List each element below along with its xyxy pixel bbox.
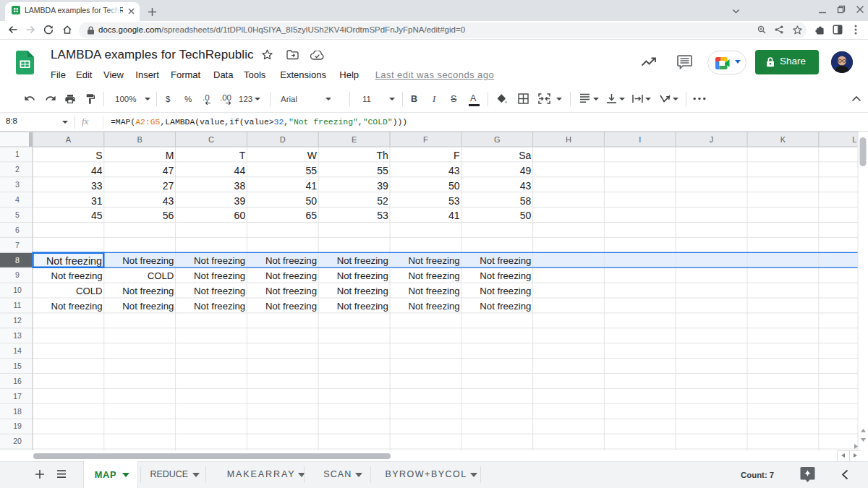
svg-text:14: 14 bbox=[13, 346, 22, 355]
svg-text:55: 55 bbox=[305, 165, 317, 176]
svg-text:B: B bbox=[137, 135, 142, 144]
svg-text:Not freezing: Not freezing bbox=[51, 301, 102, 312]
svg-text:Not freezing: Not freezing bbox=[122, 301, 174, 312]
svg-text:Not freezing: Not freezing bbox=[480, 301, 531, 312]
svg-text:65: 65 bbox=[305, 210, 317, 221]
svg-text:Not freezing: Not freezing bbox=[480, 255, 531, 266]
svg-text:55: 55 bbox=[377, 165, 388, 176]
svg-text:Th: Th bbox=[376, 150, 388, 161]
svg-text:Not freezing: Not freezing bbox=[408, 301, 459, 312]
svg-text:6: 6 bbox=[15, 226, 20, 234]
svg-text:Not freezing: Not freezing bbox=[480, 270, 531, 281]
svg-text:Not freezing: Not freezing bbox=[265, 255, 317, 266]
svg-text:60: 60 bbox=[234, 210, 246, 221]
svg-text:18: 18 bbox=[13, 407, 22, 416]
svg-text:43: 43 bbox=[163, 195, 174, 207]
svg-text:3: 3 bbox=[15, 180, 20, 189]
svg-text:Not freezing: Not freezing bbox=[122, 255, 174, 266]
svg-text:50: 50 bbox=[520, 210, 532, 221]
svg-text:39: 39 bbox=[377, 180, 388, 192]
svg-text:11: 11 bbox=[14, 301, 22, 309]
svg-text:Not freezing: Not freezing bbox=[194, 270, 245, 281]
svg-text:Not freezing: Not freezing bbox=[265, 286, 317, 296]
svg-text:50: 50 bbox=[448, 180, 460, 192]
svg-text:5: 5 bbox=[15, 210, 20, 219]
svg-text:Not freezing: Not freezing bbox=[46, 255, 102, 267]
svg-text:13: 13 bbox=[13, 331, 22, 340]
svg-text:38: 38 bbox=[234, 180, 246, 192]
svg-text:44: 44 bbox=[91, 165, 103, 176]
svg-text:10: 10 bbox=[13, 286, 22, 294]
svg-text:F: F bbox=[454, 150, 460, 161]
svg-text:20: 20 bbox=[13, 437, 22, 445]
svg-text:L: L bbox=[852, 135, 856, 144]
svg-text:G: G bbox=[494, 135, 501, 144]
svg-text:W: W bbox=[307, 150, 318, 161]
svg-text:Not freezing: Not freezing bbox=[51, 270, 102, 281]
svg-text:Not freezing: Not freezing bbox=[265, 301, 317, 312]
svg-text:E: E bbox=[352, 135, 357, 144]
svg-text:COLD: COLD bbox=[76, 286, 103, 296]
svg-text:M: M bbox=[166, 150, 174, 161]
svg-text:C: C bbox=[208, 135, 214, 144]
svg-text:Not freezing: Not freezing bbox=[480, 286, 531, 296]
svg-text:Not freezing: Not freezing bbox=[265, 270, 317, 281]
svg-text:12: 12 bbox=[13, 316, 22, 325]
svg-text:53: 53 bbox=[377, 210, 388, 221]
svg-text:H: H bbox=[566, 135, 571, 144]
svg-text:Not freezing: Not freezing bbox=[194, 301, 245, 312]
svg-text:Not freezing: Not freezing bbox=[408, 286, 459, 296]
svg-text:Not freezing: Not freezing bbox=[194, 286, 245, 296]
svg-text:S: S bbox=[95, 150, 102, 161]
svg-text:9: 9 bbox=[15, 270, 20, 279]
svg-text:43: 43 bbox=[520, 180, 532, 192]
svg-text:8: 8 bbox=[15, 256, 20, 265]
svg-text:Not freezing: Not freezing bbox=[194, 255, 245, 266]
svg-text:50: 50 bbox=[305, 195, 317, 207]
svg-text:2: 2 bbox=[15, 165, 20, 174]
svg-text:Not freezing: Not freezing bbox=[337, 301, 388, 312]
svg-text:41: 41 bbox=[305, 180, 317, 192]
svg-text:49: 49 bbox=[520, 165, 532, 176]
svg-text:58: 58 bbox=[520, 195, 532, 207]
svg-text:15: 15 bbox=[13, 361, 22, 370]
svg-text:F: F bbox=[423, 135, 428, 144]
svg-text:Not freezing: Not freezing bbox=[408, 270, 459, 281]
svg-text:7: 7 bbox=[15, 241, 20, 249]
svg-text:J: J bbox=[710, 135, 714, 144]
svg-text:Not freezing: Not freezing bbox=[337, 255, 388, 266]
svg-text:39: 39 bbox=[234, 195, 246, 207]
svg-text:43: 43 bbox=[448, 165, 460, 176]
svg-text:Not freezing: Not freezing bbox=[408, 255, 459, 266]
svg-text:53: 53 bbox=[448, 195, 460, 207]
svg-text:33: 33 bbox=[91, 180, 103, 192]
svg-text:45: 45 bbox=[91, 210, 103, 221]
svg-text:Not freezing: Not freezing bbox=[122, 286, 174, 296]
svg-text:A: A bbox=[66, 135, 72, 144]
svg-text:K: K bbox=[780, 135, 786, 144]
svg-text:44: 44 bbox=[234, 165, 246, 176]
svg-text:56: 56 bbox=[163, 210, 174, 221]
svg-text:47: 47 bbox=[163, 165, 174, 176]
svg-text:1: 1 bbox=[15, 150, 20, 158]
svg-text:19: 19 bbox=[13, 421, 22, 430]
svg-text:41: 41 bbox=[448, 210, 460, 221]
svg-text:Not freezing: Not freezing bbox=[337, 286, 388, 296]
svg-text:Not freezing: Not freezing bbox=[337, 270, 388, 281]
svg-text:D: D bbox=[280, 135, 286, 144]
svg-text:4: 4 bbox=[15, 195, 20, 204]
svg-text:52: 52 bbox=[377, 195, 388, 207]
svg-text:COLD: COLD bbox=[148, 270, 174, 281]
svg-text:31: 31 bbox=[91, 195, 103, 207]
svg-text:17: 17 bbox=[13, 392, 22, 401]
svg-text:I: I bbox=[639, 135, 641, 144]
svg-text:27: 27 bbox=[163, 180, 174, 192]
svg-text:Sa: Sa bbox=[519, 150, 531, 161]
svg-text:T: T bbox=[239, 150, 246, 161]
svg-text:16: 16 bbox=[13, 377, 22, 385]
